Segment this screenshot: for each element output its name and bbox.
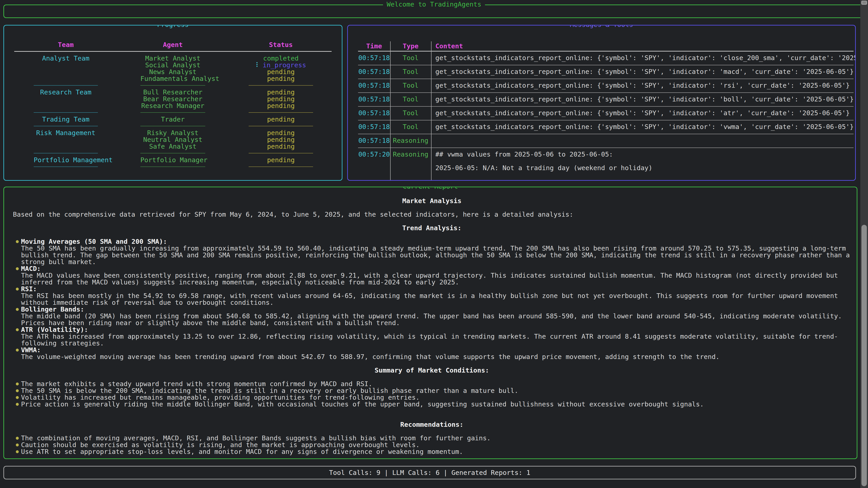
recommendation-bullet: Use ATR to set appropriate stop-loss lev… bbox=[13, 448, 851, 455]
bullet-label: MACD: bbox=[21, 265, 851, 272]
group-separator bbox=[14, 82, 332, 89]
bullet-label: Bollinger Bands: bbox=[21, 306, 851, 313]
separator-segment bbox=[249, 126, 313, 126]
recommendation-bullet: Caution should be exercised as volatilit… bbox=[13, 442, 851, 448]
bullet-text: The 50 SMA has been gradually increasing… bbox=[21, 245, 850, 266]
group-separator bbox=[14, 123, 332, 129]
separator-segment bbox=[34, 112, 98, 113]
column-header-agent: Agent bbox=[141, 41, 205, 48]
column-divider bbox=[390, 41, 391, 180]
message-type: Tool bbox=[390, 68, 431, 75]
trend-bullet: Moving Averages (50 SMA and 200 SMA):The… bbox=[13, 238, 851, 265]
agent-status: pending bbox=[249, 68, 313, 75]
summary-bullet: The 50 SMA is below the 200 SMA, indicat… bbox=[13, 387, 851, 394]
trend-analysis-heading: Trend Analysis: bbox=[13, 225, 851, 231]
bullet-label: RSI: bbox=[21, 286, 851, 292]
column-header-team: Team bbox=[34, 41, 98, 48]
progress-row: Social Analyst⠇in_progress bbox=[14, 62, 332, 68]
agent-name: Market Analyst bbox=[141, 55, 205, 62]
group-separator bbox=[14, 163, 332, 170]
message-row: 00:57:18Toolget_stockstats_indicators_re… bbox=[358, 121, 854, 134]
progress-panel-title: Progress bbox=[153, 25, 192, 28]
trend-bullet: MACD:The MACD values have been consisten… bbox=[13, 265, 851, 286]
status-bar: Tool Calls: 9 | LLM Calls: 6 | Generated… bbox=[3, 466, 856, 480]
agent-status: pending bbox=[249, 129, 313, 136]
messages-panel: Messages & Tools Time Type Content 00:57… bbox=[347, 25, 856, 181]
progress-table-body: Analyst TeamMarket AnalystcompletedSocia… bbox=[14, 55, 332, 170]
bullet-label: VWMA: bbox=[21, 347, 851, 353]
separator-segment bbox=[34, 85, 98, 86]
header-separator bbox=[14, 48, 332, 55]
recommendation-bullet-list: The combination of moving averages, MACD… bbox=[13, 435, 851, 455]
agent-name: Risky Analyst bbox=[141, 129, 205, 136]
separator-segment bbox=[141, 126, 205, 126]
messages-table-body: 00:57:18Toolget_stockstats_indicators_re… bbox=[358, 52, 854, 181]
bullet-text: The RSI has been mostly in the 54.92 to … bbox=[21, 292, 838, 306]
team-name: Trading Team bbox=[34, 116, 98, 123]
agent-name: Portfolio Manager bbox=[141, 157, 205, 163]
bullet-text: The MACD values have been consistently p… bbox=[21, 271, 838, 286]
separator-segment bbox=[141, 166, 205, 167]
message-content: get_stockstats_indicators_report_online:… bbox=[435, 55, 856, 61]
summary-bullet: Volatility has increased but remains man… bbox=[13, 394, 851, 401]
agent-status: pending bbox=[249, 143, 313, 150]
progress-row: Neutral Analystpending bbox=[14, 136, 332, 143]
team-name: Risk Management bbox=[34, 129, 98, 136]
trend-bullet-list: Moving Averages (50 SMA and 200 SMA):The… bbox=[13, 238, 851, 360]
messages-panel-title: Messages & Tools bbox=[566, 25, 637, 28]
column-header-status: Status bbox=[249, 41, 313, 48]
message-type: Tool bbox=[390, 109, 431, 116]
scrollbar-menu-icon[interactable] bbox=[861, 1, 867, 5]
message-content: get_stockstats_indicators_report_online:… bbox=[435, 96, 854, 103]
agent-status: ⠇in_progress bbox=[249, 62, 313, 68]
message-time: 00:57:18 bbox=[358, 109, 390, 116]
message-type: Tool bbox=[390, 123, 431, 130]
separator-segment bbox=[34, 153, 98, 153]
recommendation-bullet: The combination of moving averages, MACD… bbox=[13, 435, 851, 442]
report-intro: Based on the comprehensive data retrieve… bbox=[13, 211, 851, 218]
report-body: Market Analysis Based on the comprehensi… bbox=[13, 197, 851, 459]
progress-row: Research TeamBull Researcherpending bbox=[14, 89, 332, 96]
message-type: Reasoning bbox=[390, 151, 431, 158]
message-row: 00:57:18Toolget_stockstats_indicators_re… bbox=[358, 107, 854, 121]
message-row: 00:57:18Reasoning bbox=[358, 134, 854, 148]
welcome-title: Welcome to TradingAgents bbox=[383, 1, 485, 8]
column-header-content: Content bbox=[435, 41, 463, 51]
message-row: 00:57:18Toolget_stockstats_indicators_re… bbox=[358, 93, 854, 107]
agent-name: Bull Researcher bbox=[141, 89, 205, 96]
message-content-line2: 2025-06-05: N/A: Not a trading day (week… bbox=[435, 164, 652, 171]
separator-segment bbox=[34, 166, 98, 167]
message-time: 00:57:18 bbox=[358, 96, 390, 103]
message-time: 00:57:18 bbox=[358, 123, 390, 130]
agent-status: pending bbox=[249, 96, 313, 102]
bullet-label: Moving Averages (50 SMA and 200 SMA): bbox=[21, 238, 851, 245]
bullet-label: ATR (Volatility): bbox=[21, 326, 851, 333]
trend-bullet: VWMA:The volume-weighted moving average … bbox=[13, 347, 851, 360]
message-row: 00:57:20Reasoning## vwma values from 202… bbox=[358, 148, 854, 181]
summary-bullet-list: The market exhibits a steady upward tren… bbox=[13, 381, 851, 408]
agent-name: Fundamentals Analyst bbox=[141, 75, 205, 82]
report-heading: Market Analysis bbox=[13, 197, 851, 204]
trend-bullet: Bollinger Bands:The middle band (20 SMA)… bbox=[13, 306, 851, 326]
progress-table: Team Agent Status Analyst TeamMarket Ana… bbox=[14, 41, 332, 170]
agent-name: Neutral Analyst bbox=[141, 136, 205, 143]
message-time: 00:57:18 bbox=[358, 55, 390, 61]
team-name: Analyst Team bbox=[34, 55, 98, 62]
message-row: 00:57:18Toolget_stockstats_indicators_re… bbox=[358, 79, 854, 93]
agent-name: Research Manager bbox=[141, 102, 205, 109]
messages-table-header: Time Type Content bbox=[358, 41, 854, 52]
progress-table-header: Team Agent Status bbox=[14, 41, 332, 48]
message-content: get_stockstats_indicators_report_online:… bbox=[435, 68, 854, 75]
scrollbar-track[interactable] bbox=[860, 0, 868, 488]
report-panel: Current Report Market Analysis Based on … bbox=[3, 187, 857, 459]
agent-status: pending bbox=[249, 136, 313, 143]
separator-segment bbox=[141, 85, 205, 86]
separator-segment bbox=[141, 112, 205, 113]
status-bar-text: Tool Calls: 9 | LLM Calls: 6 | Generated… bbox=[4, 469, 855, 476]
agent-status: pending bbox=[249, 89, 313, 96]
message-type: Reasoning bbox=[390, 137, 431, 144]
agent-status: pending bbox=[249, 116, 313, 123]
message-content: ## vwma values from 2025-05-06 to 2025-0… bbox=[435, 151, 613, 158]
scrollbar-thumb[interactable] bbox=[862, 225, 867, 486]
bullet-text: The volume-weighted moving average has b… bbox=[21, 353, 719, 361]
